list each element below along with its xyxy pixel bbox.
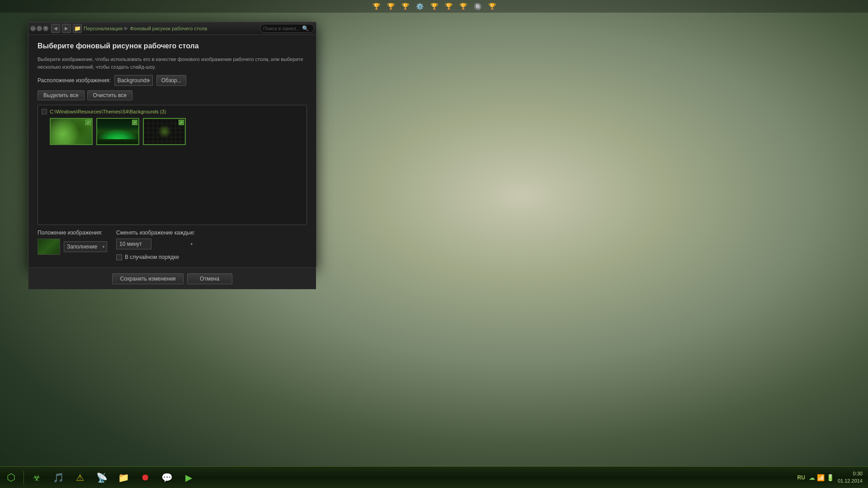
app-icon: ▶: [185, 472, 192, 483]
position-section: Положение изображения: Заполнение: [38, 230, 107, 255]
start-icon: ⬡: [7, 472, 15, 483]
change-interval-select[interactable]: 10 минут: [116, 239, 151, 249]
save-button[interactable]: Сохранить изменения: [112, 273, 183, 284]
nav-folder-button[interactable]: 📁: [73, 24, 82, 33]
position-label: Положение изображения:: [38, 230, 107, 236]
titlebar-controls: — □ ✕: [30, 26, 48, 31]
taskbar-lang: RU: [797, 474, 805, 481]
folder-row: C:\Windows\Resources\Themes\S4\Backgroun…: [42, 109, 303, 114]
dialog-footer: Сохранить изменения Отмена: [28, 267, 316, 289]
dialog-titlebar: — □ ✕ ◀ ▶ 📁 Персонализация ▶ Фоновый рис…: [28, 22, 316, 35]
chat-icon: 💬: [161, 472, 173, 483]
breadcrumb-wallpaper[interactable]: Фоновый рисунок рабочего стола: [130, 26, 207, 31]
cloud-icon: ☁: [809, 474, 815, 481]
titlebar-nav: ◀ ▶ 📁 Персонализация ▶ Фоновый рисунок р…: [51, 24, 314, 33]
search-box: Поиск в панел... 🔍: [260, 24, 314, 33]
toolbar-icon-5[interactable]: 🏆: [428, 1, 440, 12]
position-preview: [38, 239, 60, 255]
position-preview-img: [38, 239, 60, 254]
location-select[interactable]: Backgrounds: [114, 75, 153, 86]
signal-icon: 📶: [817, 474, 825, 481]
toolbar-icon-8[interactable]: 🔘: [471, 1, 484, 12]
image-grid: ✓ ✓ ✓: [42, 118, 303, 145]
taskbar-icons: ☣ 🎵 ⚠ 📡 📁 ⏺ 💬 ▶: [26, 467, 797, 488]
top-toolbar: 🏆 🏆 🏆 ⚙️ 🏆 🏆 🏆 🔘 🏆: [0, 0, 868, 13]
bottom-section: Положение изображения: Заполнение Сменят…: [38, 230, 307, 260]
toolbar-icon-4[interactable]: ⚙️: [413, 1, 426, 12]
position-select[interactable]: Заполнение: [64, 241, 107, 252]
taskbar-right: RU ☁ 📶 🔋 0:30 01.12.2014: [797, 470, 868, 484]
thumbnail-3[interactable]: ✓: [143, 118, 186, 145]
taskbar-separator-1: [24, 471, 24, 484]
toolbar-icon-2[interactable]: 🏆: [384, 1, 397, 12]
taskbar-icon-app[interactable]: ▶: [178, 467, 199, 488]
select-all-button[interactable]: Выделить все: [38, 90, 85, 100]
media-icon: 🎵: [53, 472, 64, 483]
thumb-3-checkbox[interactable]: ✓: [179, 120, 184, 125]
toolbar-icon-1[interactable]: 🏆: [370, 1, 382, 12]
random-checkbox-row: В случайном порядке: [116, 254, 195, 260]
change-section: Сменять изображение каждые: 10 минут В с…: [116, 230, 195, 260]
wallpaper-dialog: — □ ✕ ◀ ▶ 📁 Персонализация ▶ Фоновый рис…: [28, 22, 316, 268]
cancel-button[interactable]: Отмена: [187, 273, 232, 284]
toolbar-icon-3[interactable]: 🏆: [399, 1, 411, 12]
minimize-button[interactable]: —: [30, 26, 36, 31]
warning-icon: ⚠: [76, 472, 84, 483]
clock-time: 0:30: [838, 470, 863, 477]
dialog-description: Выберите изображение, чтобы использовать…: [38, 56, 307, 70]
record-icon: ⏺: [141, 472, 150, 483]
search-icon[interactable]: 🔍: [302, 25, 309, 32]
change-select-wrapper: 10 минут: [116, 239, 195, 249]
thumbnail-2[interactable]: ✓: [96, 118, 139, 145]
taskbar-icon-folder[interactable]: 📁: [113, 467, 134, 488]
folder-path: C:\Windows\Resources\Themes\S4\Backgroun…: [50, 109, 166, 114]
action-buttons: Выделить все Очистить все: [38, 90, 307, 100]
toolbar-icon-6[interactable]: 🏆: [442, 1, 455, 12]
breadcrumb-personalize[interactable]: Персонализация: [84, 26, 123, 31]
nav-forward-button[interactable]: ▶: [62, 24, 71, 33]
random-label: В случайном порядке: [125, 254, 179, 260]
toolbar-icon-7[interactable]: 🏆: [457, 1, 469, 12]
taskbar-icon-chat[interactable]: 💬: [156, 467, 178, 488]
clear-all-button[interactable]: Очистить все: [87, 90, 132, 100]
dialog-content: Выберите фоновый рисунок рабочего стола …: [28, 35, 316, 267]
breadcrumb: Персонализация ▶ Фоновый рисунок рабочег…: [84, 25, 258, 31]
taskbar-icon-shield[interactable]: ☣: [26, 467, 47, 488]
taskbar-icon-media[interactable]: 🎵: [47, 467, 69, 488]
random-checkbox[interactable]: [116, 254, 122, 260]
search-placeholder: Поиск в панел...: [263, 26, 300, 31]
start-button[interactable]: ⬡: [0, 467, 22, 488]
battery-icon: 🔋: [826, 474, 834, 481]
taskbar-icon-record[interactable]: ⏺: [134, 467, 156, 488]
taskbar-icon-network[interactable]: 📡: [91, 467, 113, 488]
change-label: Сменять изображение каждые:: [116, 230, 195, 236]
clock-date: 01.12.2014: [838, 478, 863, 484]
thumb-2-checkbox[interactable]: ✓: [132, 120, 137, 125]
breadcrumb-separator-1: ▶: [124, 25, 128, 31]
folder-icon: 📁: [118, 472, 129, 483]
network-icon: 📡: [96, 472, 108, 483]
toolbar-icon-9[interactable]: 🏆: [486, 1, 498, 12]
maximize-button[interactable]: □: [37, 26, 42, 31]
position-select-wrapper: Заполнение: [64, 241, 107, 252]
folder-checkbox[interactable]: [42, 109, 47, 114]
image-location-row: Расположение изображения: Backgrounds Об…: [38, 75, 307, 86]
nav-back-button[interactable]: ◀: [51, 24, 60, 33]
image-grid-container: C:\Windows\Resources\Themes\S4\Backgroun…: [38, 105, 307, 225]
shield-icon: ☣: [33, 472, 41, 483]
image-location-label: Расположение изображения:: [38, 77, 111, 84]
browse-button[interactable]: Обзор...: [156, 75, 187, 86]
thumbnail-1[interactable]: ✓: [50, 118, 93, 145]
taskbar-icon-warning[interactable]: ⚠: [69, 467, 91, 488]
position-row: Заполнение: [38, 239, 107, 255]
taskbar-clock: 0:30 01.12.2014: [838, 470, 863, 484]
thumb-1-checkbox[interactable]: ✓: [85, 120, 91, 125]
location-select-wrapper: Backgrounds: [114, 75, 153, 86]
signal-icons: ☁ 📶 🔋: [809, 474, 834, 481]
dialog-title: Выберите фоновый рисунок рабочего стола: [38, 42, 307, 50]
taskbar: ⬡ ☣ 🎵 ⚠ 📡 📁 ⏺ 💬 ▶ RU ☁: [0, 466, 868, 488]
close-button[interactable]: ✕: [43, 26, 48, 31]
